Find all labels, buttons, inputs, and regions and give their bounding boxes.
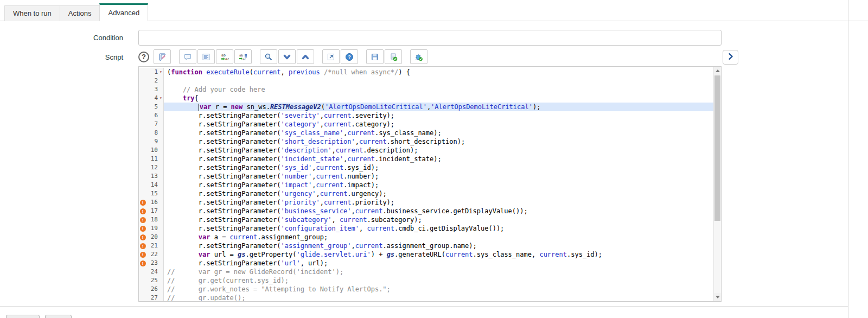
svg-text:ab: ab <box>239 53 244 56</box>
script-editor-column: ? abacabac? 1▾(function executeRule(curr… <box>138 49 722 302</box>
save-button[interactable] <box>366 49 384 64</box>
scrollbar-thumb[interactable] <box>714 75 720 221</box>
debug-button[interactable] <box>410 49 427 64</box>
line-number: 17 <box>146 207 158 215</box>
code-line[interactable]: !21 r.setStringParameter('assignment_gro… <box>139 241 713 250</box>
find-previous-button[interactable] <box>297 49 314 64</box>
warning-icon[interactable]: ! <box>140 200 146 206</box>
gutter: 1▾ <box>139 68 164 77</box>
code-line[interactable]: !19 r.setStringParameter('configuration_… <box>139 224 713 233</box>
gutter: 2 <box>139 77 164 85</box>
code-line[interactable]: 14 r.setStringParameter('impact',current… <box>139 181 713 189</box>
syntax-check-button[interactable] <box>385 49 402 64</box>
toggle-comment-button[interactable] <box>179 49 196 64</box>
code-line[interactable]: 13 r.setStringParameter('number',current… <box>139 172 713 181</box>
code-text: r.setStringParameter('number',current.nu… <box>164 172 713 181</box>
gutter: !16 <box>139 198 164 207</box>
save-icon <box>371 53 379 61</box>
toolbar-group <box>154 49 172 64</box>
gutter: !18 <box>139 215 164 224</box>
code-text: (function executeRule(current, previous … <box>164 68 713 77</box>
replace-all-button[interactable]: abac <box>234 49 252 64</box>
code-line[interactable]: !18 r.setStringParameter('subcategory', … <box>139 215 713 224</box>
fold-arrow-icon[interactable]: ▾ <box>158 94 164 103</box>
script-editor[interactable]: 1▾(function executeRule(current, previou… <box>138 66 722 302</box>
line-number: 10 <box>146 146 158 155</box>
gutter: 24 <box>139 268 164 276</box>
code-lines: 1▾(function executeRule(current, previou… <box>139 68 713 302</box>
code-line[interactable]: 25// gr.get(current.sys_id); <box>139 276 713 285</box>
text-cursor <box>199 104 199 111</box>
find-next-button[interactable] <box>278 49 296 64</box>
scrollbar-down-arrow[interactable] <box>714 293 722 301</box>
scrollbar-up-arrow[interactable] <box>714 67 722 75</box>
search-icon <box>264 53 273 61</box>
gutter: 25 <box>139 276 164 285</box>
gutter: !21 <box>139 241 164 250</box>
fold-arrow-icon[interactable]: ▾ <box>158 68 164 77</box>
condition-row: Condition <box>0 30 868 46</box>
code-line[interactable]: 2 <box>139 77 713 85</box>
code-line[interactable]: !20 var a = current.assignment_group; <box>139 233 713 241</box>
condition-input[interactable] <box>138 30 722 46</box>
footer-button[interactable] <box>45 315 72 318</box>
line-number: 12 <box>146 163 158 172</box>
footer-button[interactable] <box>6 315 40 318</box>
code-line[interactable]: 1▾(function executeRule(current, previou… <box>139 68 713 77</box>
code-line[interactable]: !16 r.setStringParameter('priority',curr… <box>139 198 713 207</box>
code-line[interactable]: !23 r.setStringParameter('url', url); <box>139 259 713 268</box>
code-line[interactable]: 27// gr.update(); <box>139 294 713 302</box>
code-line[interactable]: 24// var gr = new GlideRecord('incident'… <box>139 268 713 276</box>
line-number: 25 <box>146 276 158 285</box>
expand-panel-button[interactable] <box>723 50 738 65</box>
tab-when-to-run[interactable]: When to run <box>4 5 60 21</box>
gutter: 15 <box>139 189 164 198</box>
warning-slot: ! <box>139 208 146 214</box>
code-line[interactable]: !17 r.setStringParameter('business_servi… <box>139 207 713 215</box>
warning-icon[interactable]: ! <box>140 234 146 240</box>
line-number: 11 <box>146 155 158 163</box>
field-help-icon[interactable]: ? <box>138 52 149 62</box>
code-text: r.setStringParameter('assignment_group',… <box>164 241 713 250</box>
warning-icon[interactable]: ! <box>140 243 146 249</box>
code-line[interactable]: 11 r.setStringParameter('incident_state'… <box>139 155 713 163</box>
code-line[interactable]: 9 r.setStringParameter('short_descriptio… <box>139 137 713 146</box>
line-number: 19 <box>146 224 158 233</box>
editor-scrollbar[interactable] <box>713 67 721 301</box>
line-number: 8 <box>146 129 158 137</box>
warning-icon[interactable]: ! <box>140 252 146 258</box>
format-code-button[interactable] <box>197 49 215 64</box>
tab-advanced[interactable]: Advanced <box>99 3 148 21</box>
syntax-check-icon <box>389 53 398 61</box>
edit-macro-button[interactable] <box>154 49 171 64</box>
code-text <box>164 77 713 85</box>
search-button[interactable] <box>260 49 277 64</box>
replace-button[interactable]: abac <box>216 49 233 64</box>
code-line[interactable]: 5 var r = new sn_ws.RESTMessageV2('Alert… <box>139 103 713 111</box>
line-number: 24 <box>146 268 158 276</box>
warning-icon[interactable]: ! <box>140 208 146 214</box>
code-line[interactable]: 10 r.setStringParameter('description',cu… <box>139 146 713 155</box>
gutter: 7 <box>139 120 164 129</box>
code-line[interactable]: 8 r.setStringParameter('sys_class_name',… <box>139 129 713 137</box>
code-line[interactable]: 6 r.setStringParameter('severity',curren… <box>139 111 713 120</box>
warning-icon[interactable]: ! <box>140 226 146 232</box>
line-number: 7 <box>146 120 158 129</box>
code-line[interactable]: 4▾ try{ <box>139 94 713 103</box>
code-line[interactable]: 3 // Add your code here <box>139 85 713 94</box>
help-button[interactable]: ? <box>341 49 358 64</box>
open-in-new-window-button[interactable] <box>322 49 340 64</box>
code-line[interactable]: 7 r.setStringParameter('category',curren… <box>139 120 713 129</box>
code-text: r.setStringParameter('impact',current.im… <box>164 181 713 189</box>
condition-label: Condition <box>0 30 138 46</box>
warning-icon[interactable]: ! <box>140 217 146 223</box>
code-line[interactable]: !22 var url = gs.getProperty('glide.serv… <box>139 250 713 259</box>
warning-icon[interactable]: ! <box>140 260 146 266</box>
code-line[interactable]: 26// gr.work_notes = "Attempting to Noti… <box>139 285 713 294</box>
line-number: 6 <box>146 111 158 120</box>
line-number: 20 <box>146 233 158 241</box>
line-number: 16 <box>146 198 158 207</box>
code-line[interactable]: 12 r.setStringParameter('sys_id',current… <box>139 163 713 172</box>
tab-actions[interactable]: Actions <box>60 5 100 21</box>
code-line[interactable]: 15 r.setStringParameter('urgency',curren… <box>139 189 713 198</box>
